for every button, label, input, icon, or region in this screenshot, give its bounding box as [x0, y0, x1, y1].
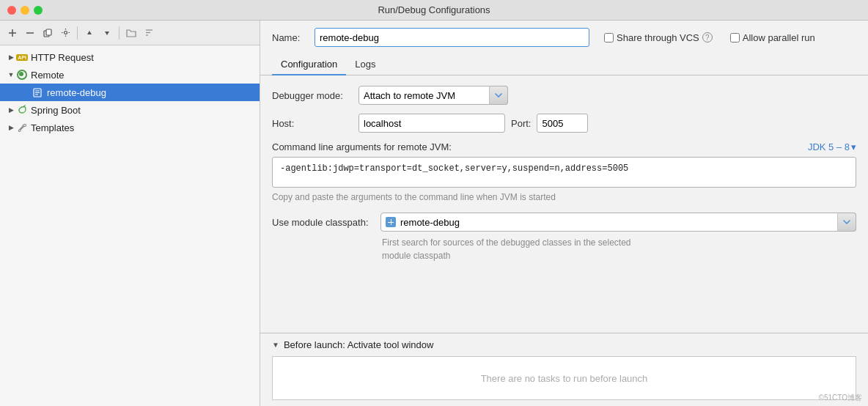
copy-config-button[interactable] [40, 25, 56, 41]
module-select-wrapper: remote-debug [380, 213, 856, 232]
before-launch-title: Before launch: Activate tool window [284, 339, 434, 350]
content-area: Name: Share through VCS ? Allow parallel… [260, 21, 868, 406]
share-vcs-section: Share through VCS ? [604, 32, 713, 43]
sidebar: API HTTP Request Remote [0, 21, 260, 406]
port-label: Port: [511, 118, 531, 129]
toolbar-separator-1 [77, 26, 78, 40]
sidebar-label-templates: Templates [31, 122, 74, 133]
debugger-select-wrapper [358, 86, 508, 105]
module-hint: First search for sources of the debugged… [272, 236, 856, 262]
tree-arrow-http [6, 52, 16, 62]
parallel-run-label: Allow parallel run [743, 32, 815, 43]
sidebar-label-spring: Spring Boot [31, 105, 81, 116]
remote-icon [16, 69, 28, 81]
parallel-run-section: Allow parallel run [730, 32, 815, 43]
wrench-icon [16, 122, 28, 133]
host-port-row: Host: Port: [272, 114, 856, 133]
module-icon-inner [388, 219, 394, 225]
spring-icon [16, 104, 28, 116]
debugger-mode-row: Debugger mode: [272, 86, 856, 105]
settings-button[interactable] [57, 25, 73, 41]
debugger-label: Debugger mode: [272, 90, 353, 101]
tree-arrow-spring [6, 105, 16, 115]
sidebar-tree: API HTTP Request Remote [0, 45, 260, 406]
http-icon: API [16, 51, 28, 63]
move-down-button[interactable] [99, 25, 115, 41]
cmd-section: Command line arguments for remote JVM: J… [272, 141, 856, 202]
module-row: Use module classpath: remote-debug [272, 213, 856, 232]
help-icon[interactable]: ? [702, 32, 713, 43]
traffic-lights [7, 6, 43, 15]
debugger-select[interactable] [358, 86, 508, 105]
window-title: Run/Debug Configurations [378, 4, 490, 15]
config-icon [32, 86, 44, 98]
tab-configuration[interactable]: Configuration [272, 54, 346, 75]
module-dropdown-arrow[interactable] [837, 213, 856, 232]
before-launch-header[interactable]: ▼ Before launch: Activate tool window [260, 333, 868, 356]
share-vcs-checkbox[interactable] [604, 33, 614, 43]
name-input[interactable] [315, 28, 589, 47]
before-launch-body: There are no tasks to run before launch [272, 356, 856, 400]
title-bar: Run/Debug Configurations [0, 0, 868, 21]
sidebar-item-spring-boot[interactable]: Spring Boot [0, 101, 260, 119]
cmd-header: Command line arguments for remote JVM: J… [272, 141, 856, 152]
cmd-args-text: -agentlib:jdwp=transport=dt_socket,serve… [280, 163, 628, 174]
sidebar-label-remote-debug: remote-debug [47, 87, 106, 98]
cmd-args-box: -agentlib:jdwp=transport=dt_socket,serve… [272, 157, 856, 188]
jdk-link[interactable]: JDK 5 – 8 ▾ [808, 141, 856, 152]
tabs-row: Configuration Logs [260, 54, 868, 75]
config-panel: Debugger mode: Host: Port: Command line [260, 75, 868, 333]
sidebar-item-remote[interactable]: Remote [0, 66, 260, 84]
tab-logs[interactable]: Logs [346, 54, 384, 75]
tree-arrow-templates [6, 122, 16, 133]
svg-rect-4 [46, 29, 51, 35]
no-tasks-text: There are no tasks to run before launch [481, 373, 648, 384]
remove-config-button[interactable] [22, 25, 38, 41]
sidebar-item-templates[interactable]: Templates [0, 119, 260, 136]
host-label: Host: [272, 118, 353, 129]
name-label: Name: [272, 32, 309, 43]
folder-button[interactable] [123, 25, 139, 41]
module-hint-line2: module classpath [382, 251, 450, 261]
before-launch-section: ▼ Before launch: Activate tool window Th… [260, 333, 868, 406]
sidebar-item-http-request[interactable]: API HTTP Request [0, 48, 260, 66]
port-input[interactable] [537, 114, 588, 133]
minimize-button[interactable] [21, 6, 29, 15]
sort-button[interactable] [141, 25, 157, 41]
parallel-run-checkbox[interactable] [730, 33, 740, 43]
collapse-arrow-icon: ▼ [272, 341, 279, 349]
main-layout: API HTTP Request Remote [0, 21, 868, 406]
module-icon [386, 217, 396, 227]
cmd-label: Command line arguments for remote JVM: [272, 141, 452, 152]
host-input[interactable] [358, 114, 505, 133]
sidebar-label-remote: Remote [31, 70, 65, 81]
maximize-button[interactable] [34, 6, 43, 15]
sidebar-toolbar [0, 21, 260, 45]
name-row: Name: Share through VCS ? Allow parallel… [260, 21, 868, 54]
module-value: remote-debug [400, 217, 460, 228]
close-button[interactable] [7, 6, 16, 15]
module-hint-line1: First search for sources of the debugged… [382, 237, 631, 248]
watermark: ©51CTO博客 [819, 393, 862, 403]
share-vcs-label: Share through VCS [617, 32, 699, 43]
move-up-button[interactable] [81, 25, 98, 41]
module-label: Use module classpath: [272, 217, 375, 228]
debugger-dropdown-arrow[interactable] [489, 86, 508, 105]
sidebar-item-remote-debug[interactable]: remote-debug [0, 84, 260, 101]
add-config-button[interactable] [4, 25, 21, 41]
toolbar-separator-2 [119, 26, 119, 40]
cmd-hint: Copy and paste the arguments to the comm… [272, 192, 856, 202]
tree-arrow-remote [6, 70, 16, 80]
module-select-display[interactable]: remote-debug [380, 213, 856, 232]
svg-point-5 [64, 32, 67, 34]
sidebar-label-http: HTTP Request [31, 52, 94, 63]
